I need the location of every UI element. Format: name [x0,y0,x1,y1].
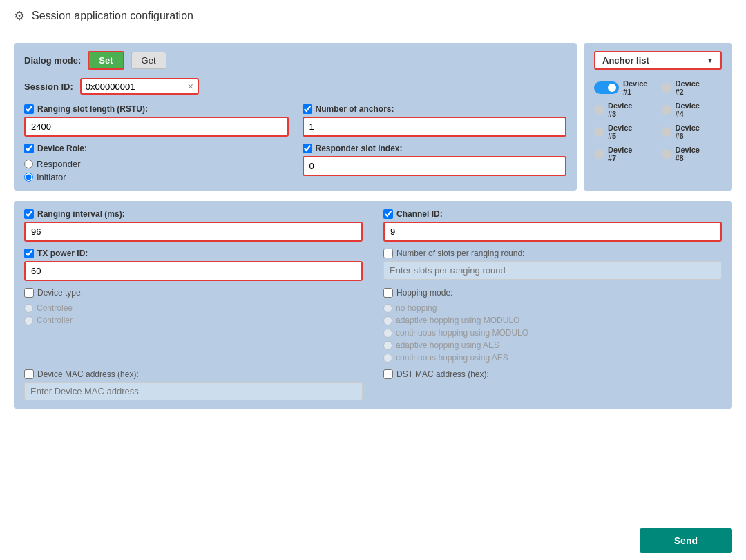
device-type-controller-radio[interactable] [24,316,33,325]
hopping-mode-group: Hopping mode: no hopping adaptive hoppin… [383,288,722,363]
devices-grid: Device#1 Device#2 Device#3 [594,79,722,162]
device-mac-address-label-row: Device MAC address (hex): [24,369,363,379]
ranging-slot-length-input[interactable] [24,117,289,137]
number-of-anchors-checkbox[interactable] [303,104,312,114]
device-5-label: Device#5 [608,124,632,140]
device-3-label: Device#3 [608,102,632,118]
channel-id-label-row: Channel ID: [383,209,722,219]
anchor-list-label: Anchor list [602,55,649,66]
device-4-dot [662,105,671,115]
tx-power-id-label: TX power ID: [37,249,88,258]
ranging-interval-label: Ranging interval (ms): [37,209,125,219]
channel-id-label: Channel ID: [396,209,443,219]
hopping-adaptive-modulo-row: adaptive hopping using MODULO [383,316,722,325]
device-mac-address-group: Device MAC address (hex): [24,369,363,400]
hopping-adaptive-aes-radio[interactable] [383,341,392,350]
device-type-label: Device type: [37,288,83,298]
get-button[interactable]: Get [131,52,166,69]
slots-per-ranging-checkbox[interactable] [383,249,393,258]
device-type-checkbox[interactable] [24,288,34,298]
tx-power-id-checkbox[interactable] [24,249,34,258]
device-2-dot [662,83,671,93]
hopping-no-hopping-label: no hopping [396,303,437,313]
bottom-section: Ranging interval (ms): Channel ID: [14,201,732,409]
device-8-label: Device#8 [676,146,700,162]
channel-id-group: Channel ID: [383,209,722,242]
hopping-adaptive-modulo-radio[interactable] [383,316,392,325]
number-of-anchors-input[interactable] [303,117,567,137]
device-1-item: Device#1 [594,79,655,96]
ranging-slot-length-checkbox[interactable] [24,104,34,114]
ranging-interval-input[interactable] [24,222,363,242]
hopping-continuous-aes-label: continuous hopping using AES [396,353,508,363]
device-type-controlee-radio[interactable] [24,304,33,313]
device-4-label: Device#4 [676,102,700,118]
clear-session-id-button[interactable]: × [188,81,193,92]
responder-slot-index-label: Responder slot index: [316,144,403,153]
device-5-dot [594,127,604,137]
device-mac-address-label: Device MAC address (hex): [37,369,139,379]
bottom-fields-grid: Ranging interval (ms): Channel ID: [24,209,722,400]
device-7-dot [594,149,604,159]
device-7-item: Device#7 [594,146,655,162]
channel-id-checkbox[interactable] [383,209,393,219]
device-role-initiator-label: Initiator [37,172,66,182]
device-type-controller-row: Controller [24,316,363,325]
slots-per-ranging-label: Number of slots per ranging round: [396,249,524,258]
device-6-label: Device#6 [676,124,700,140]
number-of-anchors-label-row: Number of anchors: [303,104,567,114]
tx-power-id-group: TX power ID: [24,249,363,281]
device-1-toggle[interactable] [594,81,619,94]
dialog-mode-row: Dialog mode: Set Get [24,51,566,70]
anchor-list-dropdown-arrow: ▼ [707,57,714,64]
ranging-interval-group: Ranging interval (ms): [24,209,363,242]
page-header: ⚙ Session application configuration [0,0,746,32]
hopping-continuous-modulo-label: continuous hopping using MODULO [396,328,528,338]
hopping-mode-checkbox[interactable] [383,288,393,298]
device-8-item: Device#8 [662,146,723,162]
dst-mac-address-group: DST MAC address (hex): [383,369,722,400]
device-mac-address-checkbox[interactable] [24,369,34,379]
anchor-list-button[interactable]: Anchor list ▼ [594,51,722,70]
send-button[interactable]: Send [640,528,732,553]
device-mac-address-input[interactable] [24,382,363,400]
left-panel: Dialog mode: Set Get Session ID: × [14,43,577,191]
hopping-mode-label: Hopping mode: [396,288,452,298]
session-id-row: Session ID: × [24,78,566,95]
device-role-checkbox[interactable] [24,144,34,153]
device-4-item: Device#4 [662,102,723,118]
page-container: ⚙ Session application configuration Dial… [0,0,746,560]
device-2-item: Device#2 [662,79,723,96]
dst-mac-address-checkbox[interactable] [383,369,393,379]
device-type-controller-label: Controller [37,316,73,325]
main-content: Dialog mode: Set Get Session ID: × [0,32,746,521]
device-role-initiator-row: Initiator [24,172,289,182]
device-role-label-row: Device Role: [24,144,289,153]
device-5-item: Device#5 [594,124,655,140]
ranging-interval-checkbox[interactable] [24,209,34,219]
dialog-mode-label: Dialog mode: [24,55,81,66]
page-title: Session application configuration [32,10,193,22]
device-role-responder-radio[interactable] [24,160,33,168]
hopping-continuous-modulo-radio[interactable] [383,329,392,338]
hopping-no-hopping-row: no hopping [383,303,722,313]
send-button-row: Send [0,521,746,560]
tx-power-id-label-row: TX power ID: [24,249,363,258]
dst-mac-address-label-row: DST MAC address (hex): [383,369,722,379]
right-panel: Anchor list ▼ Device#1 [584,43,732,191]
set-button[interactable]: Set [88,51,124,70]
hopping-adaptive-aes-label: adaptive hopping using AES [396,340,499,350]
hopping-continuous-aes-radio[interactable] [383,354,392,363]
device-type-label-row: Device type: [24,288,363,298]
hopping-no-hopping-radio[interactable] [383,304,392,313]
device-role-initiator-radio[interactable] [24,173,33,182]
channel-id-input[interactable] [383,222,722,242]
device-type-controlee-row: Controlee [24,303,363,313]
hopping-adaptive-aes-row: adaptive hopping using AES [383,340,722,350]
responder-slot-index-checkbox[interactable] [303,144,312,153]
slots-per-ranging-input[interactable] [383,261,722,280]
tx-power-id-input[interactable] [24,261,363,281]
responder-slot-index-label-row: Responder slot index: [303,144,567,153]
responder-slot-index-input[interactable] [303,156,567,176]
session-id-input[interactable] [86,81,182,92]
